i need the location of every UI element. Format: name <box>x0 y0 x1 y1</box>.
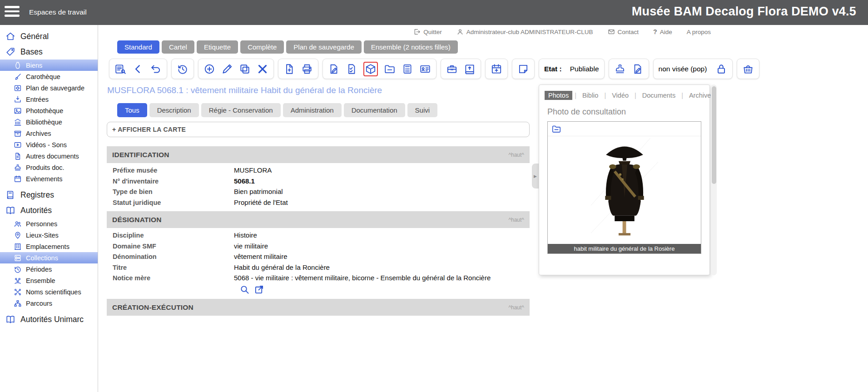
print-button[interactable] <box>301 63 313 75</box>
sidebar-item-plan-sauvegarde[interactable]: Plan de sauvegarde <box>0 82 98 94</box>
sidebar-item-bases[interactable]: Bases <box>0 44 98 60</box>
sidebar-item-parcours[interactable]: Parcours <box>0 298 98 309</box>
sidebar-item-noms-scientifiques[interactable]: Noms scientifiques <box>0 286 98 298</box>
sidebar-item-autres-documents[interactable]: Autres documents <box>0 150 98 162</box>
tab-suivi[interactable]: Suivi <box>407 103 438 117</box>
sidebar-item-videos-sons[interactable]: Vidéos - Sons <box>0 139 98 150</box>
back-to-top-link[interactable]: ^haut^ <box>508 217 524 223</box>
toolbar-group-view <box>109 59 167 79</box>
summary-button[interactable] <box>402 63 413 75</box>
delete-button[interactable] <box>257 63 268 75</box>
tab-documents[interactable]: Documents <box>639 91 679 100</box>
tab-documentation[interactable]: Documentation <box>344 103 405 117</box>
tab-description[interactable]: Description <box>149 103 199 117</box>
tab-regie-conservation[interactable]: Régie - Conservation <box>201 103 281 117</box>
toolbox-button[interactable] <box>446 63 458 75</box>
sidebar-item-label: Carothèque <box>26 73 60 80</box>
field-value: Habit du général de la Roncière <box>234 263 330 271</box>
basket-button[interactable] <box>742 63 754 75</box>
help-button[interactable]: ? Aide <box>653 28 672 35</box>
stamp-button[interactable] <box>614 63 626 75</box>
sidebar-item-emplacements[interactable]: Emplacements <box>0 241 98 252</box>
back-button[interactable] <box>132 63 144 75</box>
help-label: Aide <box>660 29 672 35</box>
back-to-top-link[interactable]: ^haut^ <box>508 152 524 158</box>
basket-icon <box>742 63 754 75</box>
workspace-label[interactable]: Espaces de travail <box>29 8 87 16</box>
register-button[interactable] <box>464 63 476 75</box>
app-title: Musée BAM Decalog Flora DEMO v4.5 <box>632 5 856 19</box>
package-button[interactable] <box>365 63 377 75</box>
tab-plan-sauvegarde[interactable]: Plan de sauvegarde <box>286 40 361 54</box>
edit-button[interactable] <box>221 63 233 75</box>
sidebar-item-autorites[interactable]: Autorités <box>0 203 98 218</box>
tab-ensemble[interactable]: Ensemble (2 notices filles) <box>364 40 458 54</box>
panel-collapse-handle[interactable]: ▶ <box>532 164 539 189</box>
quit-button[interactable]: Quitter <box>413 28 442 35</box>
sidebar-item-entrees[interactable]: Entrées <box>0 94 98 105</box>
sidebar-item-produits-doc[interactable]: Produits doc. <box>0 162 98 173</box>
tab-standard[interactable]: Standard <box>117 40 159 54</box>
folder-document-icon <box>551 124 561 134</box>
sidebar-item-carotheque[interactable]: Carothèque <box>0 71 98 82</box>
tab-tous[interactable]: Tous <box>117 103 147 117</box>
copy-record-button[interactable] <box>328 63 340 75</box>
tab-cartel[interactable]: Cartel <box>162 40 194 54</box>
sidebar-item-label: Autorités <box>20 206 52 215</box>
scrollbar-thumb[interactable] <box>712 86 716 184</box>
vertical-scrollbar[interactable] <box>711 84 717 275</box>
note-button[interactable] <box>517 63 529 75</box>
tab-administration[interactable]: Administration <box>283 103 342 117</box>
tab-biblio[interactable]: Biblio <box>579 91 602 100</box>
show-card-expander[interactable]: + AFFICHER LA CARTE <box>107 122 530 137</box>
sidebar-item-periodes[interactable]: Périodes <box>0 263 98 275</box>
sidebar-item-ensemble[interactable]: Ensemble <box>0 275 98 286</box>
open-parent-button[interactable] <box>254 284 264 295</box>
new-document-button[interactable] <box>283 63 295 75</box>
detail-view-button[interactable] <box>114 63 126 75</box>
contact-button[interactable]: Contact <box>608 28 639 35</box>
back-to-top-link[interactable]: ^haut^ <box>508 304 524 311</box>
photo-section-heading: Photo de consultation <box>547 107 709 117</box>
tab-video[interactable]: Vidéo <box>608 91 632 100</box>
about-button[interactable]: A propos <box>687 29 711 35</box>
search-parent-button[interactable] <box>239 284 250 295</box>
sidebar-item-registres[interactable]: Registres <box>0 187 98 203</box>
toolbar-group-edit <box>198 59 274 79</box>
sign-button[interactable] <box>632 63 644 75</box>
sidebar-item-archives[interactable]: Archives <box>0 128 98 139</box>
toolbar-group-history <box>171 59 194 79</box>
sidebar-item-general[interactable]: Général <box>0 29 98 44</box>
sidebar-item-bibliotheque[interactable]: Bibliothèque <box>0 116 98 128</box>
inbox-icon <box>14 95 22 104</box>
sidebar-item-collections[interactable]: Collections <box>0 252 98 263</box>
field-label: Titre <box>113 263 234 271</box>
hamburger-menu-icon[interactable] <box>5 6 20 17</box>
sidebar-item-lieux-sites[interactable]: Lieux-Sites <box>0 229 98 241</box>
checklist-button[interactable] <box>346 63 357 75</box>
sidebar-item-biens[interactable]: Biens <box>0 60 98 71</box>
tab-etiquette[interactable]: Etiquette <box>197 40 238 54</box>
add-button[interactable] <box>203 63 215 75</box>
designation-rows: Discipline Histoire Domaine SMF vie mili… <box>107 231 530 285</box>
video-icon <box>14 141 22 149</box>
lock-button[interactable] <box>715 63 727 75</box>
sidebar-item-autorites-unimarc[interactable]: Autorités Unimarc <box>0 312 98 327</box>
sidebar-item-personnes[interactable]: Personnes <box>0 218 98 229</box>
sidebar-item-phototheque[interactable]: Photothèque <box>0 105 98 116</box>
photo-folder-button[interactable] <box>551 124 561 134</box>
user-menu[interactable]: Administrateur-club ADMINISTRATEUR-CLUB <box>456 28 593 35</box>
sidebar-item-evenements[interactable]: Evènements <box>0 173 98 184</box>
history-button[interactable] <box>177 63 188 75</box>
tab-complete[interactable]: Complète <box>240 40 284 54</box>
toolbar-group-basket <box>737 59 759 79</box>
calendar-add-button[interactable] <box>491 63 502 75</box>
sidebar-item-label: Périodes <box>26 266 52 273</box>
id-card-button[interactable] <box>419 63 431 75</box>
photo-image-area[interactable] <box>548 136 701 237</box>
folder-button[interactable] <box>384 63 396 75</box>
field-value: Propriété de l'Etat <box>234 198 288 206</box>
return-button[interactable] <box>150 63 162 75</box>
duplicate-button[interactable] <box>239 63 251 75</box>
tab-photos[interactable]: Photos <box>545 91 572 100</box>
